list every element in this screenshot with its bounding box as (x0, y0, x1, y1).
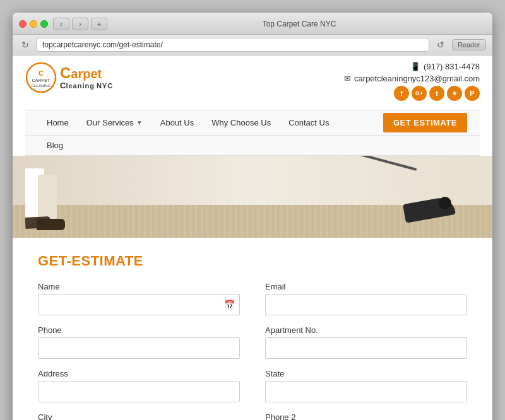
city-label: City (38, 412, 240, 420)
refresh-icon[interactable]: ↻ (19, 38, 32, 51)
email-field: Email (265, 282, 467, 315)
logo-c2: C (60, 81, 66, 90)
phone-number: (917) 831-4478 (424, 62, 480, 71)
address-input[interactable] (38, 381, 240, 402)
email-label: Email (265, 282, 467, 291)
apartment-field: Apartment No. (265, 325, 467, 359)
yelp-icon[interactable]: ★ (447, 86, 462, 101)
browser-title: Top Carpet Care NYC (112, 20, 486, 28)
form-grid: Name 📅 Email Phone (38, 282, 467, 420)
address-label: Address (38, 369, 240, 378)
address-bar[interactable] (37, 38, 429, 52)
name-input[interactable] (38, 294, 240, 315)
browser-addressbar: ↻ ↺ Reader (13, 35, 492, 55)
google-plus-icon[interactable]: G+ (412, 86, 427, 101)
email-address: carpetcleaningnyc123@gmail.com (354, 74, 480, 83)
phone2-field: Phone 2 (265, 412, 467, 420)
hero-image (13, 156, 492, 238)
nav-services[interactable]: Our Services ▼ (78, 110, 152, 135)
phone-input[interactable] (38, 337, 240, 359)
website-content: C CARPET CLEANING C arpet C leaning NYC (13, 55, 492, 420)
logo-area: C CARPET CLEANING C arpet C leaning NYC (25, 62, 113, 93)
reader-button[interactable]: Reader (452, 39, 486, 50)
address-field: Address (38, 369, 240, 402)
logo-nyc: NYC (97, 82, 113, 90)
form-section: GET-ESTIMATE Name 📅 Email Pho (13, 238, 492, 420)
state-label: State (265, 369, 467, 378)
contact-info: 📱 (917) 831-4478 ✉ carpetcleaningnyc123@… (344, 62, 480, 105)
state-input[interactable] (265, 381, 467, 402)
services-dropdown-arrow: ▼ (136, 119, 143, 126)
nav-about[interactable]: About Us (152, 110, 203, 135)
name-label: Name (38, 282, 240, 291)
nav-why-choose[interactable]: Why Choose Us (203, 110, 280, 135)
trouser-right (38, 175, 57, 219)
logo-text: C arpet C leaning NYC (60, 65, 113, 91)
browser-dots (19, 20, 48, 28)
name-field: Name 📅 (38, 282, 240, 315)
close-button[interactable] (19, 20, 27, 28)
svg-text:C: C (39, 69, 44, 77)
nav-contact[interactable]: Contact Us (280, 110, 338, 135)
browser-window: ‹ › + Top Carpet Care NYC ↻ ↺ Reader C C… (13, 13, 492, 420)
logo-arpet: arpet (71, 67, 102, 81)
nav-blog[interactable]: Blog (38, 136, 72, 155)
header-top: C CARPET CLEANING C arpet C leaning NYC (25, 62, 480, 110)
contact-phone: 📱 (917) 831-4478 (410, 62, 480, 71)
logo-leaning: leaning (66, 82, 95, 90)
phone-icon: 📱 (410, 62, 420, 71)
maximize-button[interactable] (40, 20, 48, 28)
svg-text:CARPET: CARPET (32, 78, 50, 83)
get-estimate-button[interactable]: GET ESTIMATE (383, 113, 467, 132)
nav-items: Home Our Services ▼ About Us Why Choose … (38, 110, 383, 135)
svg-text:CLEANING: CLEANING (32, 84, 51, 88)
contact-email: ✉ carpetcleaningnyc123@gmail.com (344, 74, 480, 83)
shoe-right (37, 219, 65, 230)
browser-titlebar: ‹ › + Top Carpet Care NYC (13, 13, 492, 35)
email-icon: ✉ (344, 74, 351, 83)
phone-label: Phone (38, 325, 240, 335)
logo-c-letter: C (60, 65, 71, 81)
minimize-button[interactable] (30, 20, 37, 28)
twitter-icon[interactable]: t (429, 86, 444, 101)
name-input-wrapper: 📅 (38, 294, 240, 315)
phone2-label: Phone 2 (265, 412, 467, 420)
apartment-label: Apartment No. (265, 325, 467, 335)
city-field: City (38, 412, 240, 420)
hero-bg (13, 156, 492, 205)
apartment-input[interactable] (265, 337, 467, 359)
email-input[interactable] (265, 294, 467, 315)
vacuum-head (404, 200, 454, 219)
nav-home[interactable]: Home (38, 110, 78, 135)
form-title: GET-ESTIMATE (38, 253, 467, 269)
social-icons: f G+ t ★ P (394, 86, 480, 105)
svg-point-0 (27, 63, 56, 92)
site-header: C CARPET CLEANING C arpet C leaning NYC (13, 55, 492, 156)
reload-icon[interactable]: ↺ (434, 38, 447, 51)
forward-button[interactable]: › (72, 18, 88, 30)
facebook-icon[interactable]: f (394, 86, 409, 101)
back-button[interactable]: ‹ (53, 18, 69, 30)
logo-icon: C CARPET CLEANING (25, 62, 57, 93)
phone-field: Phone (38, 325, 240, 359)
new-tab-button[interactable]: + (91, 18, 107, 30)
browser-nav: ‹ › + (53, 18, 107, 30)
pinterest-icon[interactable]: P (465, 86, 480, 101)
site-nav: Home Our Services ▼ About Us Why Choose … (25, 110, 480, 136)
state-field: State (265, 369, 467, 402)
